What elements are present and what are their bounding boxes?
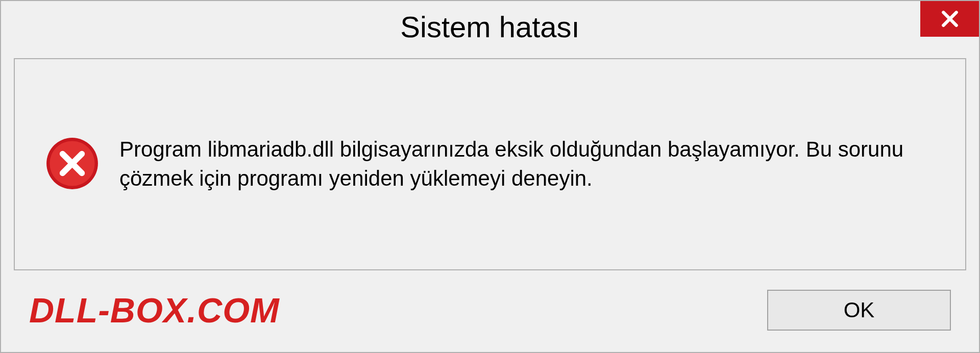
watermark-text: DLL-BOX.COM bbox=[29, 290, 280, 330]
dialog-title: Sistem hatası bbox=[400, 10, 579, 44]
titlebar: Sistem hatası bbox=[1, 1, 979, 52]
content-panel: Program libmariadb.dll bilgisayarınızda … bbox=[14, 58, 966, 270]
close-icon bbox=[940, 9, 960, 29]
error-dialog: Sistem hatası Program libmariadb.dll bil… bbox=[0, 0, 980, 353]
error-message: Program libmariadb.dll bilgisayarınızda … bbox=[119, 135, 935, 193]
ok-button[interactable]: OK bbox=[767, 290, 951, 331]
close-button[interactable] bbox=[920, 1, 979, 37]
error-icon bbox=[45, 137, 99, 192]
dialog-footer: DLL-BOX.COM OK bbox=[1, 270, 979, 352]
